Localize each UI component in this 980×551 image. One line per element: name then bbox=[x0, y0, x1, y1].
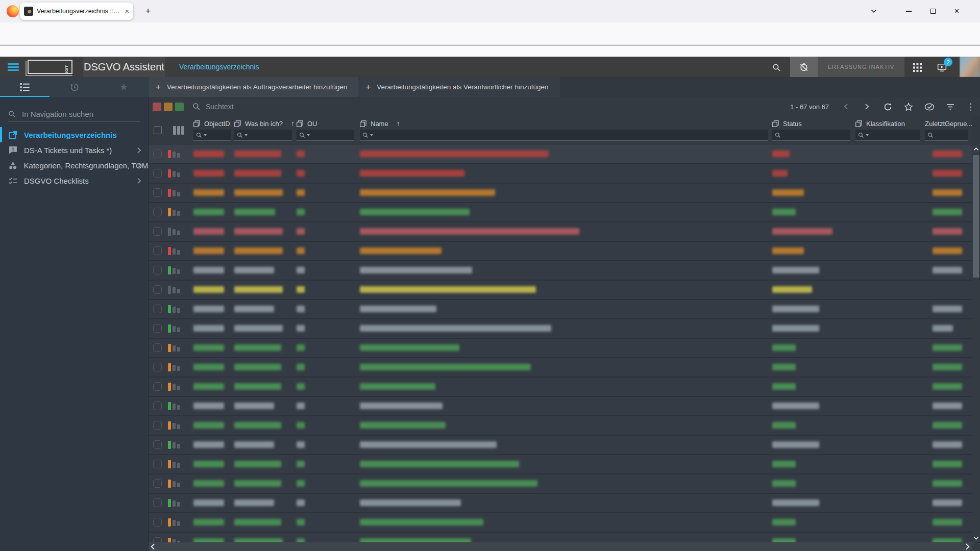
columns-icon[interactable] bbox=[173, 126, 184, 135]
column-header-ou[interactable]: OU bbox=[297, 119, 317, 128]
row-mini-bar bbox=[173, 268, 176, 274]
table-row[interactable] bbox=[149, 203, 972, 221]
scroll-down-icon[interactable] bbox=[973, 535, 979, 542]
legend-red-square[interactable] bbox=[153, 103, 161, 111]
redacted-date bbox=[933, 325, 953, 332]
tab-list-chevron-icon[interactable] bbox=[864, 0, 884, 22]
add-processor-tab[interactable]: + Verarbeitungstätigkeiten als Auftragsv… bbox=[149, 77, 358, 97]
redacted-status bbox=[772, 325, 819, 332]
scroll-up-icon[interactable] bbox=[973, 145, 979, 153]
sidebar-tab-history[interactable] bbox=[50, 77, 99, 97]
apps-grid-icon[interactable] bbox=[911, 61, 924, 74]
hamburger-menu-icon[interactable] bbox=[8, 63, 19, 71]
table-row[interactable] bbox=[149, 378, 972, 396]
filter-klassifikation[interactable] bbox=[855, 130, 920, 141]
refresh-icon[interactable] bbox=[883, 102, 893, 112]
table-row[interactable] bbox=[149, 494, 972, 512]
new-tab-button[interactable]: + bbox=[141, 4, 155, 18]
firefox-logo-icon[interactable] bbox=[7, 5, 19, 17]
redacted-wasbinich bbox=[234, 344, 281, 351]
vertical-scroll-thumb[interactable] bbox=[973, 155, 979, 278]
filter-icon[interactable] bbox=[945, 102, 955, 112]
redacted-date bbox=[933, 228, 962, 235]
select-mode-icon[interactable] bbox=[924, 102, 935, 112]
redacted-date bbox=[933, 461, 962, 467]
table-row[interactable] bbox=[149, 261, 972, 280]
favorite-view-icon[interactable] bbox=[903, 102, 914, 112]
table-row[interactable] bbox=[149, 416, 972, 435]
more-options-icon[interactable]: ⋮ bbox=[966, 102, 975, 112]
plus-icon: + bbox=[365, 82, 371, 92]
header-search-icon[interactable] bbox=[770, 61, 783, 74]
user-avatar[interactable] bbox=[960, 57, 980, 77]
sort-asc-icon[interactable]: ↑ bbox=[291, 119, 295, 128]
page-next-icon[interactable] bbox=[862, 102, 872, 112]
sidebar-item-tickets[interactable]: DS-A Tickets und Tasks *) bbox=[0, 142, 149, 158]
row-mini-bar bbox=[173, 462, 176, 468]
filter-name[interactable] bbox=[360, 130, 768, 141]
sidebar-item-checklists[interactable]: DSGVO Checklists bbox=[0, 173, 149, 188]
table-row[interactable] bbox=[149, 436, 972, 454]
sidebar-tab-bar: ★ bbox=[0, 77, 149, 97]
capture-inactive-button[interactable]: ERFASSUNG INAKTIV bbox=[818, 57, 904, 77]
table-body bbox=[149, 145, 972, 542]
sidebar-tab-navigation[interactable] bbox=[0, 77, 50, 97]
table-row[interactable] bbox=[149, 319, 972, 338]
column-header-zuletztgeprueft[interactable]: ZuletztGeprue... bbox=[925, 119, 972, 128]
filter-objectid[interactable] bbox=[193, 130, 231, 141]
table-search-input[interactable]: Suchtext bbox=[206, 103, 233, 111]
table-row[interactable] bbox=[149, 513, 972, 532]
select-all-checkbox[interactable] bbox=[154, 126, 162, 134]
redacted-name bbox=[360, 344, 459, 351]
sort-asc-icon[interactable]: ↑ bbox=[397, 119, 400, 128]
legend-green-square[interactable] bbox=[175, 103, 184, 111]
row-mini-bar bbox=[177, 172, 180, 177]
window-maximize-button[interactable] bbox=[921, 0, 945, 22]
filter-zuletztgeprueft[interactable] bbox=[925, 130, 968, 141]
column-header-wasbinich[interactable]: Was bin ich? ↑ bbox=[234, 119, 295, 128]
open-in-new-icon bbox=[9, 131, 17, 139]
table-row[interactable] bbox=[149, 222, 972, 241]
sidebar-tab-favorites[interactable]: ★ bbox=[99, 77, 149, 97]
add-controller-tab[interactable]: + Verarbeitungstätigkeiten als Verantwor… bbox=[358, 77, 559, 97]
table-row[interactable] bbox=[149, 300, 972, 318]
table-row[interactable] bbox=[149, 242, 972, 260]
page-prev-icon[interactable] bbox=[841, 102, 851, 112]
window-minimize-button[interactable] bbox=[897, 0, 921, 22]
legend-orange-square[interactable] bbox=[164, 103, 173, 111]
column-header-objectid[interactable]: ObjectID bbox=[193, 119, 230, 128]
horizontal-scrollbar[interactable] bbox=[149, 542, 972, 551]
filter-status[interactable] bbox=[772, 130, 850, 141]
filter-wasbinich[interactable] bbox=[234, 130, 292, 141]
scroll-left-icon[interactable] bbox=[151, 543, 155, 550]
browser-tab[interactable]: Verarbeitungsverzeichnis :: IGIT × bbox=[20, 3, 133, 20]
table-row[interactable] bbox=[149, 397, 972, 415]
scroll-right-icon[interactable] bbox=[965, 543, 970, 550]
vertical-scrollbar[interactable] bbox=[972, 145, 980, 542]
search-icon bbox=[192, 103, 201, 111]
window-close-button[interactable]: × bbox=[945, 0, 969, 22]
table-row[interactable] bbox=[149, 145, 972, 163]
breadcrumb[interactable]: Verarbeitungsverzeichnis bbox=[179, 57, 259, 77]
sidebar-search-field[interactable]: In Navigation suchen bbox=[8, 107, 140, 122]
table-row[interactable] bbox=[149, 164, 972, 183]
search-icon bbox=[196, 132, 202, 138]
row-mini-bar bbox=[168, 189, 171, 197]
table-row[interactable] bbox=[149, 474, 972, 493]
table-row[interactable] bbox=[149, 339, 972, 357]
column-header-name[interactable]: Name ↑ bbox=[360, 119, 400, 128]
sidebar-item-kategorien[interactable]: Kategorien, Rechtsgrundlagen, TOMs bbox=[0, 158, 149, 173]
tab-close-icon[interactable]: × bbox=[125, 8, 129, 15]
redacted-ou bbox=[297, 306, 305, 312]
column-header-klassifikation[interactable]: Klassifikation bbox=[855, 119, 905, 128]
sidebar-item-verarbeitungsverzeichnis[interactable]: Verarbeitungsverzeichnis bbox=[0, 127, 149, 142]
table-row[interactable] bbox=[149, 358, 972, 377]
table-row[interactable] bbox=[149, 184, 972, 202]
table-row[interactable] bbox=[149, 281, 972, 299]
filter-ou[interactable] bbox=[297, 130, 354, 141]
table-row[interactable] bbox=[149, 533, 972, 542]
column-header-status[interactable]: Status bbox=[772, 119, 802, 128]
table-row[interactable] bbox=[149, 455, 972, 473]
timer-off-button[interactable] bbox=[790, 57, 818, 77]
row-note-icon bbox=[153, 149, 162, 158]
